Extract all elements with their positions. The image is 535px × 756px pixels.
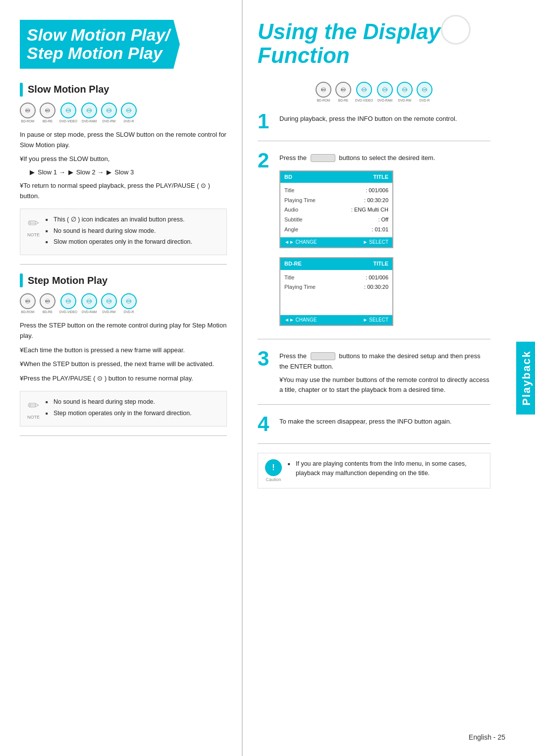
bd-title-label: Title: [284, 186, 294, 195]
caution-content: If you are playing contents from the Inf…: [288, 459, 483, 482]
bd-playing-label: Playing Time: [284, 196, 316, 205]
decorative-circle: [441, 15, 471, 45]
divider-step4: [258, 443, 490, 444]
left-title-block: Slow Motion Play/ Step Motion Play: [20, 20, 180, 69]
bd-screen-body: Title : 001/006 Playing Time : 00:30:20 …: [280, 183, 392, 237]
bd-subtitle-row: Subtitle : Off: [284, 215, 388, 225]
slow-sequence: ▶ Slow 1 → ▶ Slow 2 → ▶ Slow 3: [30, 168, 227, 176]
note-item-2: No sound is heard during slow mode.: [46, 226, 192, 236]
bdre-title-value: : 001/006: [366, 273, 388, 282]
r-disc-circle-bd-re: BD: [335, 82, 351, 98]
slow-intro-text: In pause or step mode, press the SLOW bu…: [20, 130, 227, 151]
r-disc-circle-dvd-rw: DVD: [397, 82, 413, 98]
left-column: Slow Motion Play/ Step Motion Play Slow …: [0, 0, 243, 756]
step-3-text1: Press the buttons to make the desired se…: [279, 351, 490, 372]
bdre-screen-body: Title : 001/006 Playing Time : 00:30:20: [280, 270, 392, 315]
step-4-content: To make the screen disappear, press the …: [279, 414, 490, 427]
page-footer: English - 25: [469, 733, 505, 741]
step-1-text: During playback, press the INFO button o…: [279, 114, 490, 124]
step-disc-circle-bd-rom: BD: [20, 293, 36, 309]
step-section: Step Motion Play BD BD-ROM BD BD-RE DVD …: [20, 273, 227, 435]
step-note-box: ✏ NOTE No sound is heard during step mod…: [20, 391, 227, 427]
right-title-block: Using the Display Function: [258, 20, 490, 68]
step-section-bar: [20, 273, 23, 287]
r-disc-circle-bd-rom: BD: [316, 82, 331, 98]
bd-screen-header: BD TITLE: [280, 171, 392, 183]
step-note-item-2: Step motion operates only in the forward…: [46, 409, 192, 418]
step-3: 3 Press the buttons to make the desired …: [258, 348, 490, 395]
bdre-display-screen: BD-RE TITLE Title : 001/006 Playing Time…: [279, 257, 393, 326]
step-disc-dvd-ram: DVD DVD-RAM: [81, 293, 97, 314]
step-2-content: Press the buttons to select the desired …: [279, 150, 490, 330]
section-bar: [20, 83, 23, 97]
step-4-text: To make the screen disappear, press the …: [279, 417, 490, 427]
bdre-footer-change: ◄► CHANGE: [284, 316, 317, 324]
disc-dvd-ram: DVD DVD-RAM: [81, 103, 97, 123]
step-4-number: 4: [258, 414, 272, 434]
play-arrow-1: ▶: [30, 168, 35, 176]
play-arrow-2: ▶: [68, 168, 73, 176]
slow-return-text: ¥To return to normal speed playback, pre…: [20, 181, 227, 202]
step-disc-dvd-r: DVD DVD-R: [121, 293, 137, 314]
step-note-item-1: No sound is heard during step mode.: [46, 397, 192, 407]
caution-label: Caution: [266, 477, 281, 482]
note-label: NOTE: [27, 232, 40, 237]
disc-bd-rom: BD BD-ROM: [20, 103, 36, 123]
step-disc-circle-dvd-rw: DVD: [101, 293, 117, 309]
pencil-icon: ✏: [28, 215, 39, 231]
bd-footer-select: ► SELECT: [363, 238, 388, 246]
bdre-screen-header: BD-RE TITLE: [280, 258, 392, 270]
bd-screen-label: BD: [284, 173, 292, 182]
step-disc-circle-dvd-video: DVD: [60, 293, 76, 309]
bd-title-row: Title : 001/006: [284, 186, 388, 196]
left-title: Slow Motion Play/ Step Motion Play: [27, 26, 170, 63]
r-disc-circle-dvd-r: DVD: [417, 82, 432, 98]
slow-disc-icons: BD BD-ROM BD BD-RE DVD DVD-VIDEO DVD DVD…: [20, 103, 227, 123]
bdre-playing-row: Playing Time : 00:30:20: [284, 282, 388, 292]
bd-subtitle-value: : Off: [378, 216, 388, 224]
step-1: 1 During playback, press the INFO button…: [258, 111, 490, 132]
step-note-label: NOTE: [27, 415, 40, 420]
bdre-screen-footer: ◄► CHANGE ► SELECT: [280, 315, 392, 325]
step-bullet1: ¥Each time the button is pressed a new f…: [20, 345, 227, 356]
slow-section-header: Slow Motion Play: [20, 83, 227, 97]
bd-angle-value: : 01:01: [372, 225, 388, 234]
disc-circle-dvd-rw: DVD: [101, 103, 117, 118]
step-disc-dvd-rw: DVD DVD-RW: [101, 293, 117, 314]
bd-angle-row: Angle : 01:01: [284, 225, 388, 235]
step-disc-circle-dvd-r: DVD: [121, 293, 137, 309]
r-disc-bd-re: BD BD-RE: [335, 82, 351, 102]
step-1-content: During playback, press the INFO button o…: [279, 111, 490, 124]
slow-note-content: This ( ∅ ) icon indicates an invalid but…: [46, 215, 192, 249]
r-disc-dvd-video: DVD DVD-VIDEO: [355, 82, 373, 102]
step-bullet3: ¥Press the PLAY/PAUSE ( ⊙ ) button to re…: [20, 374, 227, 384]
caution-box: ! Caution If you are playing contents fr…: [258, 453, 490, 488]
bd-audio-value: : ENG Multi CH: [351, 206, 388, 215]
bd-subtitle-label: Subtitle: [284, 216, 303, 224]
bd-screen-footer: ◄► CHANGE ► SELECT: [280, 237, 392, 247]
bdre-title-row: Title : 001/006: [284, 273, 388, 283]
r-disc-circle-dvd-video: DVD: [356, 82, 372, 98]
slow-note-box: ✏ NOTE This ( ∅ ) icon indicates an inva…: [20, 209, 227, 255]
disc-circle-bd-re: BD: [40, 103, 55, 118]
step-disc-dvd-video: DVD DVD-VIDEO: [59, 293, 77, 314]
right-disc-icons: BD BD-ROM BD BD-RE DVD DVD-VIDEO DVD DVD…: [258, 82, 490, 102]
bd-playing-row: Playing Time : 00:30:20: [284, 196, 388, 206]
divider-step3: [258, 404, 490, 405]
disc-circle-dvd-r: DVD: [121, 103, 137, 118]
divider-step: [20, 435, 227, 436]
slow-if-press: ¥If you press the SLOW button,: [20, 154, 227, 164]
step-3-content: Press the buttons to make the desired se…: [279, 348, 490, 395]
bd-angle-label: Angle: [284, 225, 298, 234]
bdre-screen-label: BD-RE: [284, 260, 302, 269]
step-pencil-icon: ✏: [28, 397, 39, 414]
disc-circle-bd-rom: BD: [20, 103, 36, 118]
bdre-playing-value: : 00:30:20: [364, 283, 388, 292]
disc-dvd-video: DVD DVD-VIDEO: [59, 103, 77, 123]
r-disc-bd-rom: BD BD-ROM: [316, 82, 331, 102]
bdre-title-label: Title: [284, 273, 294, 282]
divider-step2: [258, 339, 490, 339]
disc-bd-re: BD BD-RE: [40, 103, 55, 123]
step-section-header: Step Motion Play: [20, 273, 227, 287]
step-bullet2: ¥When the STEP button is pressed, the ne…: [20, 359, 227, 370]
